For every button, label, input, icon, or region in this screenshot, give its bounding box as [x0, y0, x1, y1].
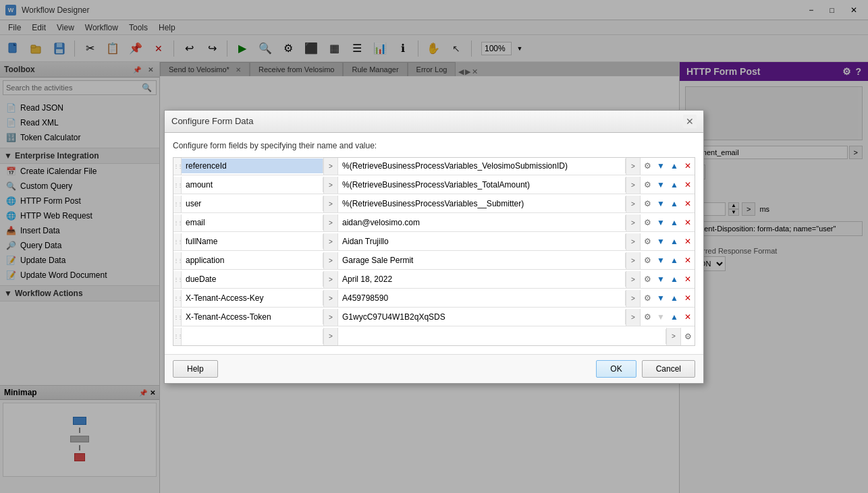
form-name-cell — [182, 272, 323, 287]
form-name-input-user[interactable] — [182, 196, 323, 211]
form-arrow-btn-value-4[interactable]: > — [626, 214, 641, 231]
form-action-gear-10[interactable]: ⚙ — [681, 328, 695, 345]
form-arrow-btn-name-3[interactable]: > — [323, 196, 338, 212]
row-drag-handle[interactable]: ⋮⋮ — [173, 158, 182, 175]
form-action-up-2[interactable]: ▲ — [668, 177, 681, 194]
form-name-input-application[interactable] — [182, 253, 323, 268]
form-action-down-5[interactable]: ▼ — [654, 233, 668, 250]
form-value-input-referenceid[interactable] — [338, 158, 625, 173]
form-action-up-1[interactable]: ▲ — [668, 158, 681, 175]
form-value-cell — [338, 177, 626, 192]
table-row: ⋮⋮ > > ⚙ ▼ ▲ ✕ — [173, 233, 695, 251]
form-action-delete-9[interactable]: ✕ — [681, 309, 695, 326]
form-arrow-btn-name-10[interactable]: > — [323, 328, 338, 345]
form-row-actions-1: ⚙ ▼ ▲ ✕ — [641, 158, 695, 175]
row-drag-handle[interactable]: ⋮⋮ — [173, 271, 182, 288]
form-action-up-7[interactable]: ▲ — [668, 271, 681, 288]
form-name-input-amount[interactable] — [182, 177, 323, 192]
form-action-up-3[interactable]: ▲ — [668, 196, 681, 212]
form-arrow-btn-value-8[interactable]: > — [626, 290, 641, 307]
form-action-gear-5[interactable]: ⚙ — [641, 233, 654, 250]
form-value-input-application[interactable] — [338, 253, 625, 268]
form-arrow-btn-value-1[interactable]: > — [626, 158, 641, 175]
form-action-down-1[interactable]: ▼ — [654, 158, 668, 175]
form-name-input-fullname[interactable] — [182, 234, 323, 249]
form-action-gear-1[interactable]: ⚙ — [641, 158, 654, 175]
form-value-input-empty[interactable] — [338, 329, 666, 344]
form-value-cell — [338, 158, 626, 173]
form-name-input-duedate[interactable] — [182, 272, 323, 287]
form-value-input-user[interactable] — [338, 196, 625, 211]
form-arrow-btn-name-9[interactable]: > — [323, 309, 338, 326]
form-arrow-btn-name-6[interactable]: > — [323, 252, 338, 269]
form-action-up-8[interactable]: ▲ — [668, 290, 681, 307]
form-arrow-btn-name-7[interactable]: > — [323, 271, 338, 288]
form-value-input-fullname[interactable] — [338, 234, 625, 249]
dialog-close-button[interactable]: ✕ — [683, 115, 697, 128]
form-action-delete-8[interactable]: ✕ — [681, 290, 695, 307]
form-action-gear-4[interactable]: ⚙ — [641, 214, 654, 231]
form-action-down-2[interactable]: ▼ — [654, 177, 668, 194]
form-name-input-tenant-token[interactable] — [182, 310, 323, 324]
form-action-gear-6[interactable]: ⚙ — [641, 252, 654, 269]
row-drag-handle[interactable]: ⋮⋮ — [173, 196, 182, 212]
form-arrow-btn-name-1[interactable]: > — [323, 158, 338, 175]
form-action-delete-1[interactable]: ✕ — [681, 158, 695, 175]
form-value-cell — [338, 215, 626, 230]
form-action-delete-2[interactable]: ✕ — [681, 177, 695, 194]
form-name-input-empty[interactable] — [182, 329, 323, 344]
form-action-down-3[interactable]: ▼ — [654, 196, 668, 212]
form-action-up-4[interactable]: ▲ — [668, 214, 681, 231]
row-drag-handle[interactable]: ⋮⋮ — [173, 252, 182, 269]
form-action-delete-3[interactable]: ✕ — [681, 196, 695, 212]
form-action-up-5[interactable]: ▲ — [668, 233, 681, 250]
row-drag-handle[interactable]: ⋮⋮ — [173, 214, 182, 231]
form-action-delete-5[interactable]: ✕ — [681, 233, 695, 250]
form-action-delete-4[interactable]: ✕ — [681, 214, 695, 231]
form-arrow-btn-value-10[interactable]: > — [666, 328, 681, 345]
form-value-input-email[interactable] — [338, 215, 625, 230]
form-action-gear-7[interactable]: ⚙ — [641, 271, 654, 288]
row-drag-handle[interactable]: ⋮⋮ — [173, 233, 182, 250]
form-arrow-btn-name-8[interactable]: > — [323, 290, 338, 307]
form-arrow-btn-value-2[interactable]: > — [626, 177, 641, 194]
form-value-cell — [338, 291, 626, 306]
form-action-down-8[interactable]: ▼ — [654, 290, 668, 307]
cancel-button[interactable]: Cancel — [642, 360, 695, 378]
form-arrow-btn-value-6[interactable]: > — [626, 252, 641, 269]
form-value-input-duedate[interactable] — [338, 272, 625, 287]
form-action-up-6[interactable]: ▲ — [668, 252, 681, 269]
form-arrow-btn-value-3[interactable]: > — [626, 196, 641, 212]
form-value-cell — [338, 253, 626, 268]
form-name-input-tenant-key[interactable] — [182, 291, 323, 306]
form-action-up-9[interactable]: ▲ — [668, 309, 681, 326]
form-arrow-btn-value-5[interactable]: > — [626, 233, 641, 250]
form-value-input-tenant-token[interactable] — [338, 310, 625, 324]
form-action-down-6[interactable]: ▼ — [654, 252, 668, 269]
form-action-gear-9[interactable]: ⚙ — [641, 309, 654, 326]
row-drag-handle[interactable]: ⋮⋮ — [173, 309, 182, 326]
form-name-input-email[interactable] — [182, 215, 323, 230]
form-action-gear-2[interactable]: ⚙ — [641, 177, 654, 194]
form-arrow-btn-name-4[interactable]: > — [323, 214, 338, 231]
form-action-delete-7[interactable]: ✕ — [681, 271, 695, 288]
ok-button[interactable]: OK — [596, 360, 636, 378]
form-value-input-tenant-key[interactable] — [338, 291, 625, 306]
row-drag-handle[interactable]: ⋮⋮ — [173, 290, 182, 307]
form-action-gear-3[interactable]: ⚙ — [641, 196, 654, 212]
form-action-gear-8[interactable]: ⚙ — [641, 290, 654, 307]
row-drag-handle[interactable]: ⋮⋮ — [173, 177, 182, 194]
form-arrow-btn-name-5[interactable]: > — [323, 233, 338, 250]
form-arrow-btn-value-7[interactable]: > — [626, 271, 641, 288]
form-arrow-btn-name-2[interactable]: > — [323, 177, 338, 194]
form-action-down-4[interactable]: ▼ — [654, 214, 668, 231]
table-row: ⋮⋮ > > ⚙ ▼ ▲ ✕ — [173, 214, 695, 232]
form-action-down-9[interactable]: ▼ — [654, 309, 668, 326]
form-action-down-7[interactable]: ▼ — [654, 271, 668, 288]
form-action-delete-6[interactable]: ✕ — [681, 252, 695, 269]
form-arrow-btn-value-9[interactable]: > — [626, 309, 641, 326]
form-name-input-referenceid[interactable] — [182, 158, 323, 173]
form-value-input-amount[interactable] — [338, 177, 625, 192]
help-button[interactable]: Help — [173, 360, 218, 378]
row-drag-handle[interactable]: ⋮⋮ — [173, 328, 182, 345]
